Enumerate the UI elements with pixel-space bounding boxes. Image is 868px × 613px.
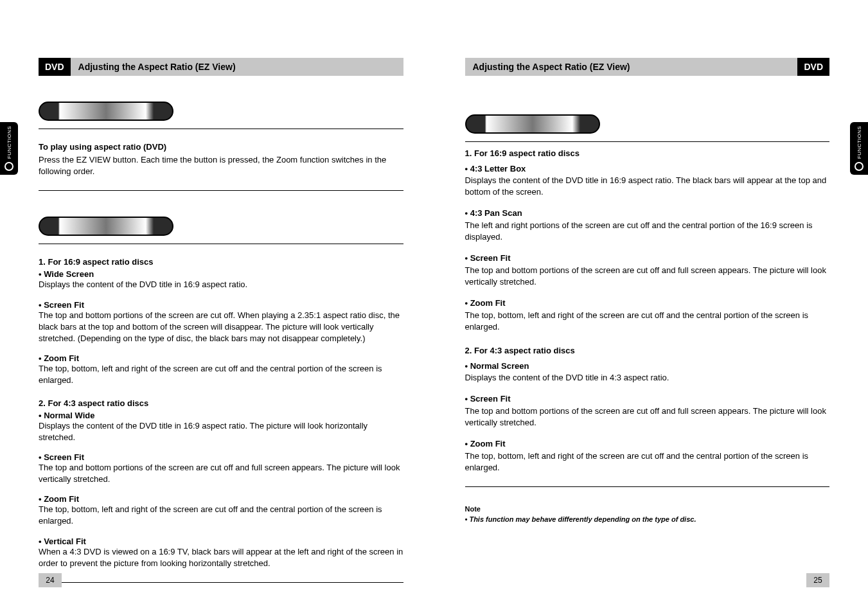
list-item-body: The top, bottom, left and right of the s…: [39, 504, 403, 527]
list-item-title: • Wide Screen: [39, 269, 403, 279]
list-item: • Screen Fit The top and bottom portions…: [39, 300, 403, 345]
divider: [39, 244, 403, 244]
list-item-title: • Screen Fit: [465, 252, 830, 265]
subhead: To play using aspect ratio (DVD): [39, 142, 403, 152]
pill-4-3-tv: If you are using a 4:3 TV: [465, 114, 600, 134]
list-item: • 4:3 Letter Box Displays the content of…: [465, 163, 830, 199]
list-item-title: • Normal Screen: [465, 360, 830, 373]
list-item: • Wide Screen Displays the content of th…: [39, 269, 403, 290]
subhead: 1. For 16:9 aspect ratio discs: [39, 257, 403, 267]
list-item: • Screen Fit The top and bottom portions…: [465, 252, 830, 288]
list-item-body: The left and right portions of the scree…: [465, 220, 830, 243]
list-item-body: The top, bottom, left and right of the s…: [39, 363, 403, 386]
list-4-3-discs: • Normal Wide Displays the content of th…: [39, 411, 403, 570]
list-item-body: The top and bottom portions of the scree…: [465, 405, 830, 429]
list-item: • Zoom Fit The top, bottom, left and rig…: [39, 353, 403, 386]
list-item: • Zoom Fit The top, bottom, left and rig…: [465, 297, 830, 333]
divider: [39, 129, 403, 129]
header-bar-right: DVD Adjusting the Aspect Ratio (EZ View): [465, 58, 830, 76]
list-item-title: • Screen Fit: [39, 300, 403, 310]
list-item: • Normal Wide Displays the content of th…: [39, 411, 403, 443]
side-tab-left: FUNCTIONS: [0, 122, 18, 175]
list-item-body: Displays the content of the DVD title in…: [465, 175, 830, 198]
divider: [39, 190, 403, 191]
header-bar-left: DVD Adjusting the Aspect Ratio (EZ View): [39, 58, 403, 76]
list-item-title: • 4:3 Pan Scan: [465, 207, 830, 220]
list-item: • Screen Fit The top and bottom portions…: [39, 452, 403, 485]
list-item-body: The top, bottom, left and right of the s…: [465, 310, 830, 333]
body-text: Press the EZ VIEW button. Each time the …: [39, 154, 403, 177]
page-title: Adjusting the Aspect Ratio (EZ View): [71, 58, 403, 76]
list-item-title: • Zoom Fit: [465, 438, 830, 450]
list-item: • Screen Fit The top and bottom portions…: [465, 393, 830, 429]
dvd-chip: DVD: [39, 58, 71, 76]
pill-16-9-tv: If you are using a 16:9 TV: [39, 217, 173, 236]
side-tab-label: FUNCTIONS: [856, 126, 862, 159]
list-16-9-discs: • 4:3 Letter Box Displays the content of…: [465, 163, 830, 333]
list-item-title: • Screen Fit: [39, 452, 403, 462]
list-item: • 4:3 Pan Scan The left and right portio…: [465, 207, 830, 243]
list-item-title: • Zoom Fit: [465, 297, 830, 310]
list-item-body: Displays the content of the DVD title in…: [465, 372, 830, 384]
page-number: 24: [39, 573, 62, 587]
dvd-chip: DVD: [797, 58, 829, 76]
side-tab-label: FUNCTIONS: [6, 126, 12, 159]
divider: [465, 141, 830, 142]
list-item: • Zoom Fit The top, bottom, left and rig…: [465, 438, 830, 474]
page-title: Adjusting the Aspect Ratio (EZ View): [465, 58, 798, 76]
subhead: 2. For 4:3 aspect ratio discs: [465, 344, 830, 357]
list-item: • Zoom Fit The top, bottom, left and rig…: [39, 494, 403, 527]
divider: [39, 582, 403, 583]
list-item: • Vertical Fit When a 4:3 DVD is viewed …: [39, 537, 403, 569]
pill-changing-aspect: Changing Aspect Ratio: [39, 102, 173, 121]
right-page: FUNCTIONS DVD Adjusting the Aspect Ratio…: [434, 0, 869, 613]
list-item-body: The top and bottom portions of the scree…: [465, 265, 830, 288]
page-number: 25: [806, 573, 829, 587]
list-item-body: The top and bottom portions of the scree…: [39, 462, 403, 485]
ring-icon: [855, 162, 864, 171]
list-item-title: • Normal Wide: [39, 411, 403, 420]
list-item-title: • 4:3 Letter Box: [465, 163, 830, 175]
note-title: Note: [465, 505, 830, 513]
list-item-body: Displays the content of the DVD title in…: [39, 420, 403, 443]
list-item-title: • Screen Fit: [465, 393, 830, 405]
note-block: Note • This function may behave differen…: [465, 505, 830, 523]
list-item-title: • Zoom Fit: [39, 494, 403, 504]
list-item-title: • Zoom Fit: [39, 353, 403, 363]
subhead: 1. For 16:9 aspect ratio discs: [465, 147, 830, 160]
list-item-title: • Vertical Fit: [39, 537, 403, 546]
side-tab-right: FUNCTIONS: [850, 122, 868, 175]
list-4-3-discs: • Normal Screen Displays the content of …: [465, 360, 830, 474]
list-item: • Normal Screen Displays the content of …: [465, 360, 830, 384]
divider: [465, 486, 830, 487]
list-16-9-discs: • Wide Screen Displays the content of th…: [39, 269, 403, 386]
list-item-body: Displays the content of the DVD title in…: [39, 279, 403, 290]
ring-icon: [4, 162, 13, 171]
left-page: FUNCTIONS DVD Adjusting the Aspect Ratio…: [0, 0, 434, 613]
list-item-body: The top, bottom, left and right of the s…: [465, 450, 830, 474]
list-item-body: The top and bottom portions of the scree…: [39, 310, 403, 345]
subhead: 2. For 4:3 aspect ratio discs: [39, 398, 403, 408]
list-item-body: When a 4:3 DVD is viewed on a 16:9 TV, b…: [39, 546, 403, 569]
note-body: • This function may behave differently d…: [465, 515, 830, 523]
